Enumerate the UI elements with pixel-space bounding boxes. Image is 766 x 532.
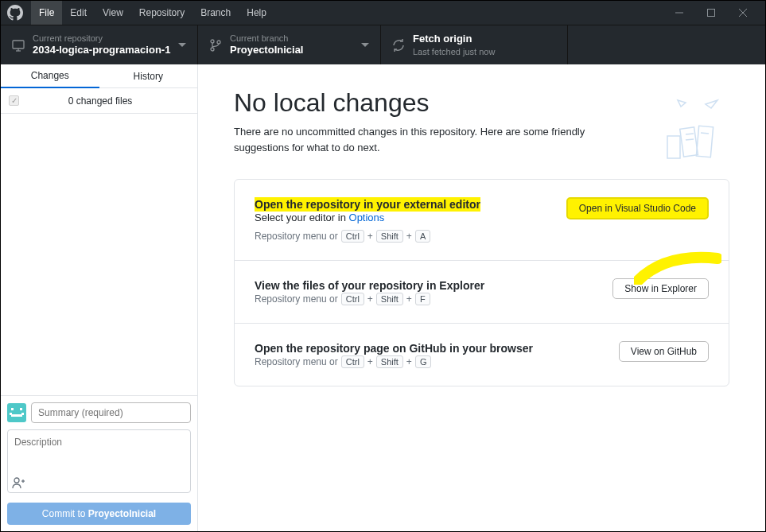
page-title: No local changes <box>234 88 729 118</box>
changed-files-row: ✓ 0 changed files <box>1 88 197 114</box>
svg-rect-11 <box>11 408 14 410</box>
select-all-checkbox[interactable]: ✓ <box>9 95 19 106</box>
svg-rect-19 <box>680 127 698 157</box>
svg-rect-20 <box>696 126 713 157</box>
svg-rect-1 <box>708 10 715 17</box>
desktop-icon <box>12 39 25 52</box>
menu-branch[interactable]: Branch <box>192 1 239 25</box>
card-title: Open the repository page on GitHub in yo… <box>255 342 533 355</box>
svg-line-23 <box>686 139 694 140</box>
card-open-editor: Open the repository in your external edi… <box>235 180 729 261</box>
svg-point-16 <box>14 478 19 483</box>
options-link[interactable]: Options <box>349 212 385 223</box>
card-hint: Repository menu or Ctrl + Shift + F <box>255 293 612 305</box>
avatar-icon <box>7 403 26 422</box>
svg-line-24 <box>701 133 709 134</box>
sidebar-tabs: Changes History <box>1 64 197 88</box>
sync-icon <box>392 39 405 52</box>
menu-help[interactable]: Help <box>239 1 274 25</box>
window-maximize[interactable] <box>695 1 727 25</box>
open-in-vscode-button[interactable]: Open in Visual Studio Code <box>566 197 709 219</box>
hero: No local changes There are no uncommitte… <box>234 88 729 155</box>
content-panel: No local changes There are no uncommitte… <box>198 64 765 531</box>
fetch-value: Last fetched just now <box>413 46 556 57</box>
chevron-down-icon <box>361 43 369 48</box>
decorative-illustration <box>658 96 729 164</box>
branch-label: Current branch <box>230 33 356 44</box>
branch-value: ProyectoInicial <box>230 44 356 57</box>
view-on-github-button[interactable]: View on GitHub <box>619 341 709 362</box>
menubar: File Edit View Repository Branch Help <box>1 1 765 25</box>
menu-edit[interactable]: Edit <box>62 1 95 25</box>
commit-button[interactable]: Commit to ProyectoInicial <box>7 503 191 525</box>
card-hint: Repository menu or Ctrl + Shift + G <box>255 355 619 368</box>
commit-form: Commit to ProyectoInicial <box>1 395 197 531</box>
fetch-origin-button[interactable]: Fetch origin Last fetched just now <box>381 25 568 64</box>
show-in-explorer-button[interactable]: Show in Explorer <box>612 278 709 299</box>
svg-rect-4 <box>13 41 24 49</box>
card-title: View the files of your repository in Exp… <box>255 279 484 292</box>
svg-point-9 <box>217 41 220 44</box>
main-area: Changes History ✓ 0 changed files Commit… <box>1 64 765 531</box>
repo-label: Current repository <box>33 33 173 44</box>
svg-rect-21 <box>667 136 680 158</box>
changed-files-count: 0 changed files <box>27 95 189 107</box>
suggestion-cards: Open the repository in your external edi… <box>234 179 729 386</box>
card-title: Open the repository in your external edi… <box>255 197 480 212</box>
svg-point-8 <box>211 48 214 51</box>
repo-value: 2034-logica-programacion-1 <box>33 44 173 57</box>
window-close[interactable] <box>727 1 759 25</box>
svg-rect-13 <box>11 414 22 417</box>
svg-line-22 <box>686 134 694 134</box>
card-view-github: Open the repository page on GitHub in yo… <box>235 324 729 386</box>
toolbar: Current repository 2034-logica-programac… <box>1 25 765 64</box>
add-coauthor-icon[interactable] <box>12 476 25 491</box>
git-branch-icon <box>209 39 222 52</box>
svg-rect-15 <box>21 413 24 415</box>
sidebar: Changes History ✓ 0 changed files Commit… <box>1 64 198 531</box>
tab-changes[interactable]: Changes <box>1 64 99 88</box>
svg-rect-12 <box>20 408 22 410</box>
chevron-down-icon <box>178 43 186 48</box>
summary-input[interactable] <box>31 402 191 423</box>
page-subtitle: There are no uncommitted changes in this… <box>234 124 632 155</box>
card-show-explorer: View the files of your repository in Exp… <box>235 261 729 324</box>
current-repository-dropdown[interactable]: Current repository 2034-logica-programac… <box>1 25 198 64</box>
window-minimize[interactable] <box>663 1 695 25</box>
github-logo-icon <box>7 5 23 21</box>
current-branch-dropdown[interactable]: Current branch ProyectoInicial <box>198 25 381 64</box>
tab-history[interactable]: History <box>99 64 198 87</box>
fetch-label: Fetch origin <box>413 33 556 46</box>
menu-repository[interactable]: Repository <box>131 1 192 25</box>
menu-view[interactable]: View <box>95 1 131 25</box>
svg-point-7 <box>211 40 214 43</box>
description-input[interactable] <box>7 429 191 493</box>
menu-file[interactable]: File <box>31 1 62 25</box>
card-subtitle: Select your editor in Options <box>255 212 566 223</box>
card-hint: Repository menu or Ctrl + Shift + A <box>255 230 566 243</box>
svg-rect-14 <box>10 413 12 415</box>
